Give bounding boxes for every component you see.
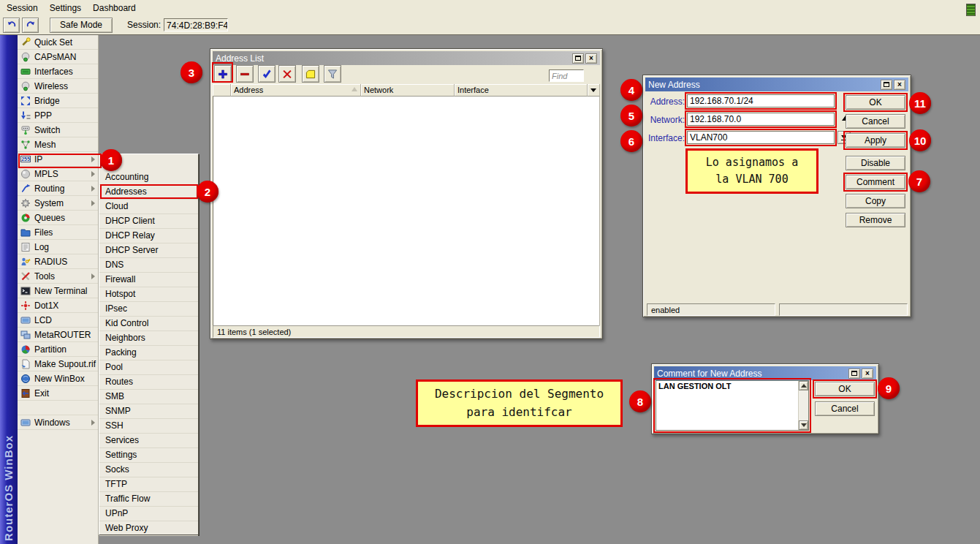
comment-cancel-button[interactable]: Cancel <box>815 401 875 416</box>
close-button[interactable]: × <box>862 369 873 379</box>
apply-button[interactable]: Apply <box>846 133 905 148</box>
close-button[interactable]: × <box>585 53 597 64</box>
mesh-icon <box>20 140 31 150</box>
submenu-item-web-proxy[interactable]: Web Proxy <box>99 521 198 536</box>
comment-ok-button[interactable]: OK <box>815 382 875 396</box>
submenu-item-settings[interactable]: Settings <box>99 448 198 463</box>
maximize-button[interactable] <box>572 53 584 64</box>
sidebar-item-wireless[interactable]: Wireless <box>18 79 98 94</box>
sidebar-item-switch[interactable]: Switch <box>18 123 98 137</box>
note-icon <box>305 69 316 79</box>
submenu-item-firewall[interactable]: Firewall <box>99 273 198 287</box>
sidebar-item-dot1x[interactable]: Dot1X <box>18 298 98 313</box>
interface-field[interactable] <box>687 131 835 144</box>
filter-button[interactable] <box>324 65 341 83</box>
submenu-item-socks[interactable]: Socks <box>99 463 198 477</box>
sidebar-item-log[interactable]: Log <box>18 240 98 254</box>
comment-textarea[interactable]: LAN GESTION OLT <box>656 380 809 431</box>
column-header-interface[interactable]: Interface <box>455 84 588 97</box>
remove-address-button[interactable] <box>236 65 254 83</box>
sidebar-item-exit[interactable]: Exit <box>18 386 98 401</box>
submenu-item-routes[interactable]: Routes <box>99 375 198 390</box>
menu-settings[interactable]: Settings <box>46 1 89 15</box>
submenu-item-dns[interactable]: DNS <box>99 258 198 273</box>
sidebar-item-mesh[interactable]: Mesh <box>18 137 98 152</box>
submenu-item-upnp[interactable]: UPnP <box>99 507 198 521</box>
sidebar-item-mpls[interactable]: MPLS <box>18 167 98 181</box>
find-input[interactable] <box>549 69 584 82</box>
sidebar-item-new-winbox[interactable]: New WinBox <box>18 371 98 386</box>
remove-button[interactable]: Remove <box>846 213 905 227</box>
sidebar-item-ppp[interactable]: PPP <box>18 108 98 123</box>
submenu-item-dhcp-client[interactable]: DHCP Client <box>99 214 198 229</box>
submenu-item-addresses[interactable]: Addresses <box>99 185 198 200</box>
sidebar-item-ip[interactable]: 255 IP <box>18 152 98 167</box>
sidebar-item-routing[interactable]: Routing <box>18 181 98 196</box>
submenu-item-cloud[interactable]: Cloud <box>99 200 198 214</box>
sidebar-item-make-supout-rif[interactable]: Make Supout.rif <box>18 357 98 371</box>
network-field[interactable] <box>687 113 835 126</box>
submenu-item-packing[interactable]: Packing <box>99 346 198 360</box>
submenu-item-smb[interactable]: SMB <box>99 390 198 404</box>
scrollbar[interactable] <box>798 381 808 430</box>
enable-button[interactable] <box>258 65 276 83</box>
column-header-address[interactable]: Address <box>231 84 361 97</box>
address-list-titlebar[interactable]: Address List × <box>213 51 600 65</box>
sidebar-item-queues[interactable]: Queues <box>18 211 98 225</box>
address-list-statusbar: 11 items (1 selected) <box>213 325 600 338</box>
new-address-titlebar[interactable]: New Address × <box>645 78 908 91</box>
submenu-item-dhcp-server[interactable]: DHCP Server <box>99 243 198 258</box>
disable-button[interactable]: Disable <box>846 156 905 170</box>
sidebar-item-interfaces[interactable]: Interfaces <box>18 64 98 79</box>
submenu-item-accounting[interactable]: Accounting <box>99 170 198 185</box>
submenu-item-kid-control[interactable]: Kid Control <box>99 317 198 331</box>
disable-button[interactable] <box>278 65 296 83</box>
submenu-item-traffic-flow[interactable]: Traffic Flow <box>99 492 198 507</box>
comment-tool-button[interactable] <box>302 65 319 83</box>
submenu-item-pool[interactable]: Pool <box>99 360 198 375</box>
sidebar-item-system[interactable]: System <box>18 196 98 211</box>
undo-button[interactable] <box>3 18 20 33</box>
sidebar-item-lcd[interactable]: LCD <box>18 313 98 328</box>
sidebar-item-tools[interactable]: Tools <box>18 269 98 284</box>
scroll-down-button[interactable] <box>799 420 808 430</box>
submenu-item-ipsec[interactable]: IPsec <box>99 302 198 317</box>
sidebar-item-bridge[interactable]: Bridge <box>18 94 98 108</box>
submenu-item-tftp[interactable]: TFTP <box>99 477 198 492</box>
sidebar-item-files[interactable]: Files <box>18 225 98 240</box>
address-list-content[interactable] <box>213 97 600 325</box>
scroll-up-button[interactable] <box>799 381 808 390</box>
add-address-button[interactable] <box>214 65 232 83</box>
safe-mode-button[interactable]: Safe Mode <box>50 18 113 33</box>
maximize-button[interactable] <box>848 369 860 379</box>
submenu-item-neighbors[interactable]: Neighbors <box>99 331 198 346</box>
redo-button[interactable] <box>22 18 39 33</box>
sidebar-item-new-terminal[interactable]: New Terminal <box>18 284 98 298</box>
copy-button[interactable]: Copy <box>846 194 905 208</box>
sidebar-item-metarouter[interactable]: MetaROUTER <box>18 328 98 342</box>
sidebar-item-quick-set[interactable]: Quick Set <box>18 35 98 50</box>
column-options-dropdown[interactable] <box>588 84 600 97</box>
sidebar-item-radius[interactable]: RADIUS <box>18 254 98 269</box>
submenu-item-snmp[interactable]: SNMP <box>99 404 198 419</box>
menu-dashboard[interactable]: Dashboard <box>89 1 144 15</box>
submenu-item-services[interactable]: Services <box>99 434 198 448</box>
submenu-item-dhcp-relay[interactable]: DHCP Relay <box>99 229 198 243</box>
ok-button[interactable]: OK <box>846 95 905 110</box>
comment-button[interactable]: Comment <box>846 175 905 189</box>
files-icon <box>20 227 31 238</box>
sidebar-item-partition[interactable]: Partition <box>18 342 98 357</box>
comment-dialog-titlebar[interactable]: Comment for New Address × <box>654 366 876 380</box>
address-field[interactable] <box>687 94 835 107</box>
submenu-item-ssh[interactable]: SSH <box>99 419 198 434</box>
session-field[interactable]: 74:4D:28:B9:F4:22 <box>164 18 228 31</box>
cancel-button[interactable]: Cancel <box>846 114 905 129</box>
sidebar-item-capsman[interactable]: CAPsMAN <box>18 50 98 64</box>
menu-session[interactable]: Session <box>3 1 46 15</box>
selector-column-header[interactable] <box>213 84 231 97</box>
maximize-button[interactable] <box>881 80 892 90</box>
submenu-item-hotspot[interactable]: Hotspot <box>99 287 198 302</box>
sidebar-item-windows[interactable]: Windows <box>18 415 98 430</box>
close-button[interactable]: × <box>894 80 905 90</box>
column-header-network[interactable]: Network <box>361 84 455 97</box>
